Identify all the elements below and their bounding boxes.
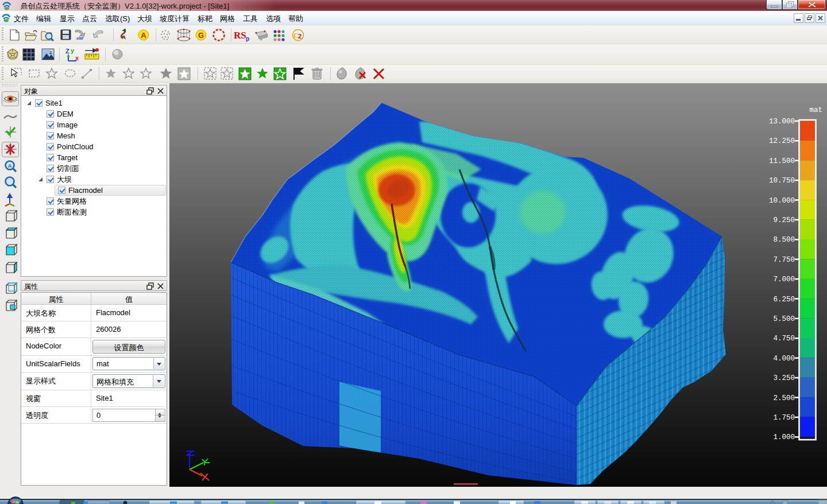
svg-text:RS: RS [234, 30, 246, 41]
svg-text:4.750: 4.750 [773, 335, 795, 343]
svg-text:10.000: 10.000 [769, 197, 795, 205]
svg-text:8.500: 8.500 [773, 236, 795, 244]
svg-text:G: G [198, 31, 204, 40]
svg-text:5.500: 5.500 [773, 315, 795, 323]
svg-text:mat: mat [809, 106, 822, 114]
svg-text:12.250: 12.250 [769, 137, 795, 145]
svg-text:1.000: 1.000 [773, 433, 795, 441]
svg-text:7.750: 7.750 [773, 256, 795, 264]
svg-text:x: x [75, 55, 79, 61]
svg-text:9.250: 9.250 [773, 216, 795, 224]
svg-text:2.500: 2.500 [773, 394, 795, 402]
svg-text:6.250: 6.250 [773, 296, 795, 304]
svg-text:11.500: 11.500 [769, 157, 795, 165]
svg-text:A: A [8, 163, 12, 169]
svg-text:2: 2 [298, 33, 302, 40]
svg-text:3.250: 3.250 [773, 374, 795, 382]
svg-text:1.750: 1.750 [773, 414, 795, 422]
svg-text:4.000: 4.000 [773, 355, 795, 363]
svg-text:p: p [246, 36, 249, 42]
svg-text:Z: Z [65, 48, 69, 55]
svg-text:2: 2 [49, 50, 52, 55]
svg-text:A: A [141, 31, 146, 40]
svg-text:13.000: 13.000 [769, 118, 795, 126]
svg-text:7.000: 7.000 [773, 276, 795, 284]
svg-text:site: site [76, 35, 84, 41]
svg-text:10.750: 10.750 [769, 177, 795, 185]
svg-text:y: y [71, 47, 75, 54]
